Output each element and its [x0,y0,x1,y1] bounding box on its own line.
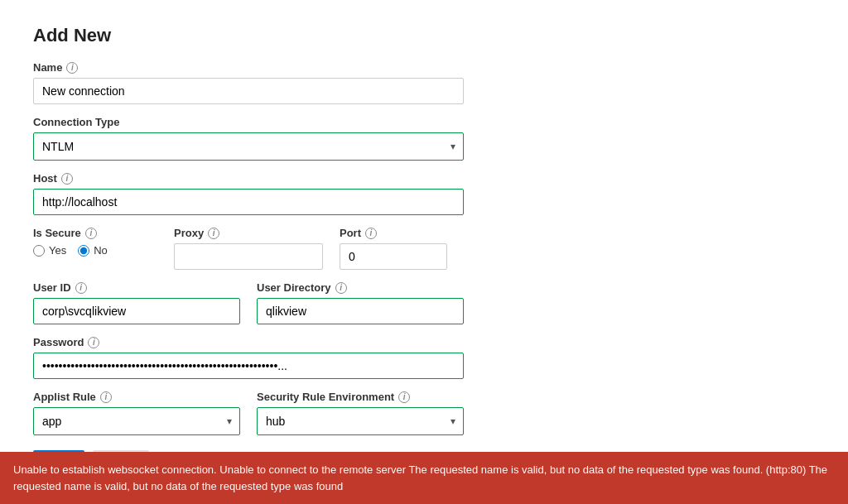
connection-type-wrapper: NTLM Basic None ▾ [33,132,464,161]
security-rule-label: Security Rule Environment i [257,391,464,403]
port-field-group: Port i [340,227,447,270]
userid-userdirectory-row: User ID i User Directory i [33,281,464,324]
host-input[interactable] [33,189,464,215]
name-label: Name i [33,61,464,74]
port-info-icon[interactable]: i [365,228,377,239]
userid-field-group: User ID i [33,281,240,324]
error-message: Unable to establish websocket connection… [13,463,827,490]
user-directory-label: User Directory i [257,281,464,294]
userid-info-icon[interactable]: i [75,282,87,294]
user-directory-info-icon[interactable]: i [335,282,347,294]
applist-rule-wrapper: app all none ▾ [33,407,240,435]
is-secure-label: Is Secure i [33,227,157,239]
applist-rule-select[interactable]: app all none [33,407,240,435]
userid-input[interactable] [33,298,240,324]
connection-type-select[interactable]: NTLM Basic None [33,132,464,161]
password-input[interactable] [33,353,464,379]
userid-label: User ID i [33,281,240,294]
applist-rule-label: Applist Rule i [33,391,240,403]
error-bar: Unable to establish websocket connection… [0,452,848,490]
connection-type-label: Connection Type [33,116,464,128]
is-secure-info-icon[interactable]: i [85,228,97,239]
is-secure-yes-radio[interactable] [33,245,45,257]
proxy-input[interactable] [174,243,323,270]
proxy-label: Proxy i [174,227,323,239]
security-rule-wrapper: hub all none ▾ [257,407,464,435]
proxy-info-icon[interactable]: i [208,228,219,239]
is-secure-proxy-port-row: Is Secure i Yes No Proxy i [33,227,464,270]
password-field-group: Password i [33,336,464,379]
connection-type-field-group: Connection Type NTLM Basic None ▾ [33,116,464,161]
port-label: Port i [340,227,447,239]
user-directory-field-group: User Directory i [257,281,464,324]
applist-rule-field-group: Applist Rule i app all none ▾ [33,391,240,435]
port-input[interactable] [340,243,447,270]
host-info-icon[interactable]: i [61,173,73,185]
page-title: Add New [33,25,464,46]
is-secure-field-group: Is Secure i Yes No [33,227,157,270]
host-label: Host i [33,172,464,185]
name-info-icon[interactable]: i [66,62,78,74]
is-secure-yes-label[interactable]: Yes [33,244,66,257]
is-secure-radio-group: Yes No [33,244,157,257]
user-directory-input[interactable] [257,298,464,324]
applist-security-row: Applist Rule i app all none ▾ Security R… [33,391,464,435]
security-rule-select[interactable]: hub all none [257,407,464,435]
security-rule-info-icon[interactable]: i [398,391,410,403]
password-label: Password i [33,336,464,348]
proxy-field-group: Proxy i [174,227,323,270]
is-secure-no-radio[interactable] [78,245,89,257]
is-secure-no-label[interactable]: No [78,244,108,257]
password-info-icon[interactable]: i [88,337,99,348]
security-rule-field-group: Security Rule Environment i hub all none… [257,391,464,435]
name-field-group: Name i [33,61,464,104]
name-input[interactable] [33,78,464,104]
host-field-group: Host i [33,172,464,215]
applist-rule-info-icon[interactable]: i [100,391,112,403]
